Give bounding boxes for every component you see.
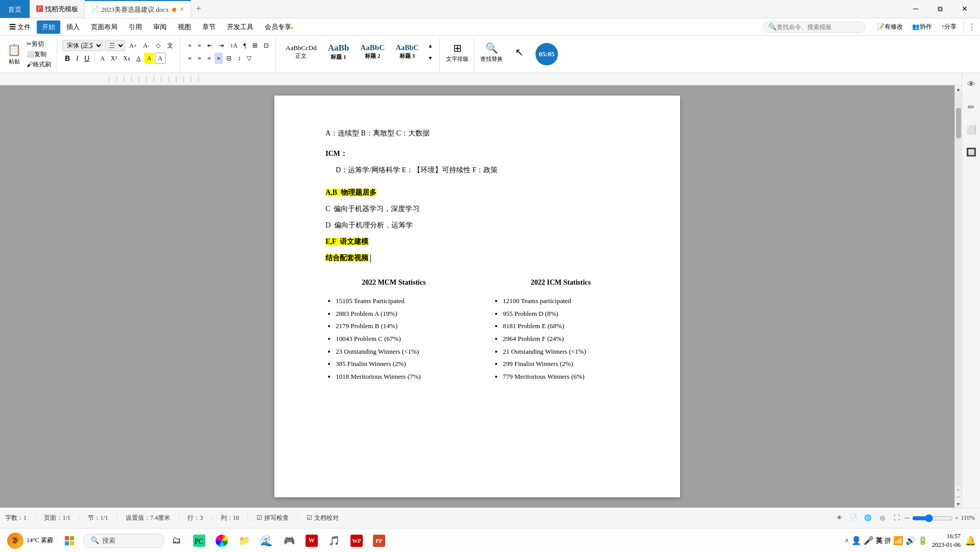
list-ordered-button[interactable]: ≡ bbox=[195, 40, 204, 51]
font-shrink-button[interactable]: A- bbox=[141, 40, 152, 51]
view-doc-icon[interactable]: 📄 bbox=[848, 512, 860, 524]
tab-doc[interactable]: 📄 2023美赛选题建议.docx ✕ bbox=[85, 0, 191, 18]
font-color-button[interactable]: A bbox=[98, 53, 107, 64]
collab-button[interactable]: 👥 协作 bbox=[909, 20, 935, 34]
char-shade-button[interactable]: A bbox=[134, 53, 144, 64]
bold-button[interactable]: B bbox=[62, 53, 73, 64]
tab-reference[interactable]: 引用 bbox=[124, 20, 147, 34]
tab-layout[interactable]: 页面布局 bbox=[86, 20, 123, 34]
taskbar-app-colors[interactable] bbox=[212, 531, 232, 551]
search-input[interactable] bbox=[777, 24, 853, 31]
status-doccheck[interactable]: ☑ 文档校对 bbox=[307, 514, 339, 522]
status-spellcheck[interactable]: ☑ 拼写检查 bbox=[256, 514, 289, 522]
zoom-out-button[interactable]: ─ bbox=[905, 514, 910, 522]
taskbar-app-wps2[interactable]: WP bbox=[346, 531, 367, 551]
styles-up-button[interactable]: ▲ bbox=[425, 40, 435, 51]
taskbar-app-pycharm[interactable]: PC bbox=[189, 531, 209, 551]
border-button[interactable]: ⊡ bbox=[261, 40, 271, 51]
tab-chapter[interactable]: 章节 bbox=[197, 20, 221, 34]
phonetic-button[interactable]: 文 bbox=[165, 40, 176, 51]
tab-start[interactable]: 开始 bbox=[37, 20, 60, 34]
show-marks-button[interactable]: ¶ bbox=[241, 40, 249, 51]
align-justify-button[interactable]: ≡ bbox=[215, 53, 223, 64]
scroll-zoom-minus[interactable]: ─ bbox=[955, 493, 962, 500]
find-button[interactable]: 🔍 查找替换 bbox=[478, 39, 505, 65]
scroll-thumb[interactable] bbox=[956, 108, 961, 139]
column-button[interactable]: ⊟ bbox=[224, 53, 234, 64]
zoom-in-button[interactable]: + bbox=[955, 514, 959, 522]
taskbar-search[interactable]: 🔍 搜索 bbox=[83, 534, 165, 548]
char-border-button[interactable]: A bbox=[155, 53, 166, 64]
close-button[interactable]: ✕ bbox=[954, 2, 975, 17]
taskbar-app-wps[interactable]: W bbox=[301, 531, 322, 551]
zoom-slider[interactable] bbox=[912, 514, 953, 522]
taskbar-app-game[interactable]: 🎮 bbox=[279, 531, 299, 551]
style-h3[interactable]: AaBbC 标题 3 bbox=[391, 42, 423, 61]
highlight-button[interactable]: A bbox=[144, 53, 154, 64]
align-left-button[interactable]: ≡ bbox=[185, 53, 194, 64]
ribbon-search[interactable]: 🔍 bbox=[763, 21, 865, 33]
taskbar-app-files[interactable]: 🗂 bbox=[167, 531, 187, 551]
format-paint-button[interactable]: 🖌 格式刷 bbox=[24, 60, 54, 69]
minimize-button[interactable]: ─ bbox=[905, 2, 926, 17]
text-layout-button[interactable]: ⊞ 文字排版 bbox=[444, 39, 471, 65]
volume-icon[interactable]: 🔊 bbox=[905, 536, 916, 545]
font-grow-button[interactable]: A+ bbox=[127, 40, 139, 51]
taskbar-app-audio[interactable]: 🎵 bbox=[324, 531, 344, 551]
list-unordered-button[interactable]: ≡ bbox=[185, 40, 194, 51]
sort-button[interactable]: ↕A bbox=[227, 40, 240, 51]
wifi-icon[interactable]: 📶 bbox=[893, 536, 903, 545]
tab-devtools[interactable]: 开发工具 bbox=[222, 20, 259, 34]
scroll-up-arrow[interactable]: ▲ bbox=[955, 85, 962, 93]
styles-down-button[interactable]: ▼ bbox=[425, 52, 435, 63]
tab-close-doc[interactable]: ✕ bbox=[179, 6, 184, 13]
maximize-button[interactable]: ⧉ bbox=[930, 2, 950, 17]
table-button[interactable]: ⊞ bbox=[250, 40, 260, 51]
vertical-scrollbar[interactable]: ▲ + ─ ▼ bbox=[954, 85, 962, 508]
tab-insert[interactable]: 插入 bbox=[61, 20, 85, 34]
paste-button[interactable]: 📋 粘贴 bbox=[5, 41, 23, 67]
right-panel-panel-icon[interactable]: ⬜ bbox=[964, 122, 978, 136]
more-options-button[interactable]: ⋮ bbox=[968, 22, 976, 32]
modify-button[interactable]: 📝 有修改 bbox=[874, 20, 905, 34]
scroll-track[interactable] bbox=[955, 93, 962, 486]
indent-increase-button[interactable]: ⇥ bbox=[216, 40, 226, 51]
font-size-selector[interactable]: 三号 bbox=[105, 40, 125, 51]
indent-decrease-button[interactable]: ⇤ bbox=[205, 40, 215, 51]
taskbar-app-edge[interactable]: 🌊 bbox=[256, 531, 277, 551]
tray-user-icon[interactable]: 👤 bbox=[851, 536, 861, 545]
tab-template[interactable]: 🅿 找稻壳模板 bbox=[30, 0, 85, 18]
share-button[interactable]: ↑ 分享 bbox=[939, 20, 959, 34]
shading-button[interactable]: ▽ bbox=[244, 53, 254, 64]
scroll-down-arrow[interactable]: ▼ bbox=[955, 500, 962, 508]
line-spacing-button[interactable]: ↕ bbox=[235, 53, 243, 64]
taskbar-app-folder[interactable]: 📁 bbox=[234, 531, 254, 551]
tab-vip[interactable]: 会员专享▸ bbox=[260, 20, 299, 34]
cursor-button[interactable]: ↖ bbox=[512, 39, 526, 65]
style-h1[interactable]: AaBb 标题 1 bbox=[323, 41, 354, 62]
document-scroll[interactable]: A：连续型 B：离散型 C：大数据 ICM： D：运筹学/网络科学 E：【环境】… bbox=[0, 85, 954, 508]
tab-home[interactable]: 首页 bbox=[0, 0, 30, 18]
copy-button[interactable]: ⬜ 复制 bbox=[24, 50, 54, 59]
tab-review[interactable]: 审阅 bbox=[148, 20, 172, 34]
scroll-zoom-plus[interactable]: + bbox=[955, 486, 962, 493]
font-name-selector[interactable]: 宋体 (正文) bbox=[62, 40, 103, 51]
pinyin-indicator[interactable]: 拼 bbox=[884, 536, 891, 545]
style-normal[interactable]: AaBbCcDd 正文 bbox=[281, 42, 321, 61]
superscript-button[interactable]: X² bbox=[108, 53, 120, 64]
style-h2[interactable]: AaBbC 标题 2 bbox=[356, 42, 389, 61]
align-right-button[interactable]: ≡ bbox=[205, 53, 214, 64]
view-read-icon[interactable]: 👁 bbox=[833, 512, 846, 524]
tray-arrow-icon[interactable]: ∧ bbox=[845, 537, 849, 544]
italic-button[interactable]: I bbox=[74, 53, 81, 64]
underline-button[interactable]: U bbox=[82, 53, 92, 64]
view-focus-icon[interactable]: ◎ bbox=[876, 512, 889, 524]
view-web-icon[interactable]: 🌐 bbox=[862, 512, 874, 524]
taskbar-app-ppt[interactable]: PP bbox=[369, 531, 389, 551]
right-panel-expand-icon[interactable]: 🔲 bbox=[964, 145, 978, 159]
subscript-button[interactable]: X₂ bbox=[121, 53, 133, 64]
system-clock[interactable]: 16:57 2023-01-06 bbox=[932, 532, 961, 549]
view-fullscreen-icon[interactable]: ⛶ bbox=[891, 512, 903, 524]
tray-mic-icon[interactable]: 🎤 bbox=[864, 536, 874, 545]
timer-badge[interactable]: 05:05 bbox=[535, 43, 558, 65]
